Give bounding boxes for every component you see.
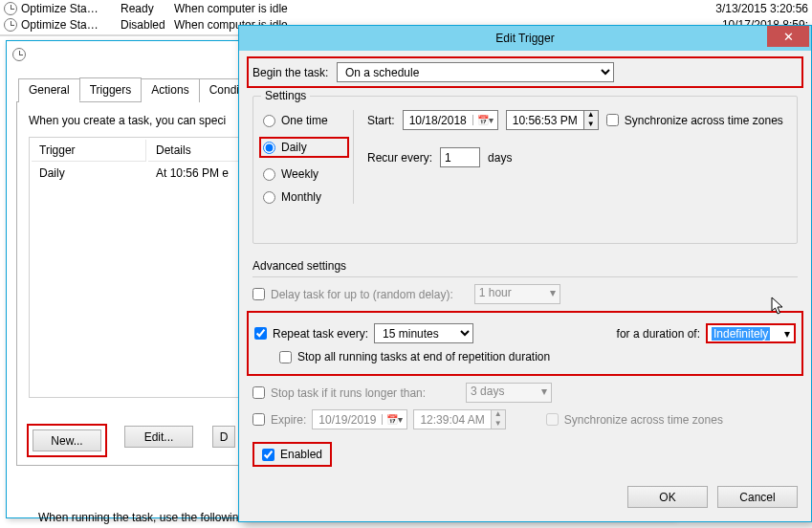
repeat-task-row: Repeat task every: 15 minutes for a dura… xyxy=(254,323,796,343)
stop-all-row: Stop all running tasks at end of repetit… xyxy=(279,350,796,363)
edit-trigger-dialog: Edit Trigger ✕ Begin the task: On a sche… xyxy=(238,25,812,522)
expire-time: 12:39:04 AM xyxy=(413,409,491,429)
expire-checkbox[interactable] xyxy=(252,413,265,426)
tab-triggers[interactable]: Triggers xyxy=(79,77,143,101)
delay-label: Delay task for up to (random delay): xyxy=(271,288,453,301)
advanced-title: Advanced settings xyxy=(252,259,798,273)
close-icon: ✕ xyxy=(783,30,794,44)
recur-input[interactable] xyxy=(440,147,480,167)
cancel-button[interactable]: Cancel xyxy=(717,486,798,508)
task-name: Optimize Sta… xyxy=(21,18,117,32)
stop-long-label: Stop task if it runs longer than: xyxy=(271,386,426,400)
recur-label: Recur every: xyxy=(367,151,432,165)
new-button[interactable]: New... xyxy=(33,429,101,451)
stop-long-dropdown: 3 days ▾ xyxy=(466,383,552,403)
task-date: 3/13/2015 3:20:56 xyxy=(715,2,812,15)
start-date-picker[interactable]: 10/18/2018📅▾ xyxy=(403,110,498,130)
repeat-interval-select[interactable]: 15 minutes xyxy=(374,323,473,343)
enabled-label: Enabled xyxy=(280,448,322,461)
tab-actions[interactable]: Actions xyxy=(141,78,199,102)
advanced-settings: Advanced settings Delay task for up to (… xyxy=(252,259,798,467)
expire-row: Expire: 10/19/2019📅▾ 12:39:04 AM ▲▼ Sync… xyxy=(252,409,798,429)
expire-label: Expire: xyxy=(271,413,306,427)
calendar-icon[interactable]: 📅▾ xyxy=(472,115,497,125)
task-status: Ready xyxy=(117,2,174,15)
edit-button[interactable]: Edit... xyxy=(124,426,193,448)
trigger-name: Daily xyxy=(32,164,146,183)
time-spinner[interactable]: ▲▼ xyxy=(584,110,599,130)
task-name: Optimize Sta… xyxy=(21,2,117,15)
delay-task-row: Delay task for up to (random delay): 1 h… xyxy=(252,284,798,304)
divider xyxy=(353,110,354,204)
duration-select[interactable]: Indefinitely▾ xyxy=(706,323,796,343)
delay-dropdown: 1 hour ▾ xyxy=(474,284,560,304)
task-when: When computer is idle xyxy=(174,2,288,15)
enabled-checkbox-row[interactable]: Enabled xyxy=(262,448,322,461)
radio-daily[interactable]: Daily xyxy=(263,141,307,154)
recur-unit: days xyxy=(488,151,512,165)
col-trigger: Trigger xyxy=(32,140,146,162)
stop-long-row: Stop task if it runs longer than: 3 days… xyxy=(252,383,798,403)
sync2-checkbox xyxy=(546,413,559,426)
settings-group-title: Settings xyxy=(261,89,310,102)
radio-onetime[interactable]: One time xyxy=(263,114,349,127)
delete-button[interactable]: D xyxy=(212,426,235,448)
begin-task-label: Begin the task: xyxy=(252,66,329,79)
duration-label: for a duration of: xyxy=(617,327,700,341)
settings-group: Settings One time Daily Weekly Monthly S… xyxy=(252,96,798,244)
start-time-picker[interactable]: 10:56:53 PM xyxy=(506,110,584,130)
dialog-title: Edit Trigger xyxy=(239,32,811,45)
repeat-checkbox[interactable] xyxy=(254,327,267,340)
ok-button[interactable]: OK xyxy=(627,486,708,508)
clock-icon xyxy=(12,48,26,61)
clock-icon xyxy=(4,18,17,32)
enabled-checkbox[interactable] xyxy=(262,449,274,461)
begin-task-select[interactable]: On a schedule xyxy=(337,62,614,82)
stop-long-checkbox[interactable] xyxy=(252,386,265,399)
close-button[interactable]: ✕ xyxy=(767,26,809,47)
expire-date: 10/19/2019📅▾ xyxy=(312,409,407,429)
dialog-titlebar: Edit Trigger ✕ xyxy=(239,26,811,51)
tab-general[interactable]: General xyxy=(18,78,80,102)
task-status: Disabled xyxy=(117,18,174,32)
stop-all-checkbox[interactable] xyxy=(279,351,292,363)
delay-checkbox[interactable] xyxy=(252,288,265,300)
sync2-label: Synchronize across time zones xyxy=(564,413,723,427)
start-label: Start: xyxy=(367,114,395,127)
stop-all-label: Stop all running tasks at end of repetit… xyxy=(297,350,550,363)
run-as-label: When running the task, use the followin xyxy=(38,511,238,524)
divider xyxy=(252,276,798,277)
clock-icon xyxy=(4,2,17,15)
sync-timezones-checkbox[interactable]: Synchronize across time zones xyxy=(606,114,783,127)
radio-monthly[interactable]: Monthly xyxy=(263,190,349,204)
repeat-label: Repeat task every: xyxy=(273,327,368,341)
task-row: Optimize Sta… Ready When computer is idl… xyxy=(0,0,812,16)
radio-weekly[interactable]: Weekly xyxy=(263,167,349,181)
